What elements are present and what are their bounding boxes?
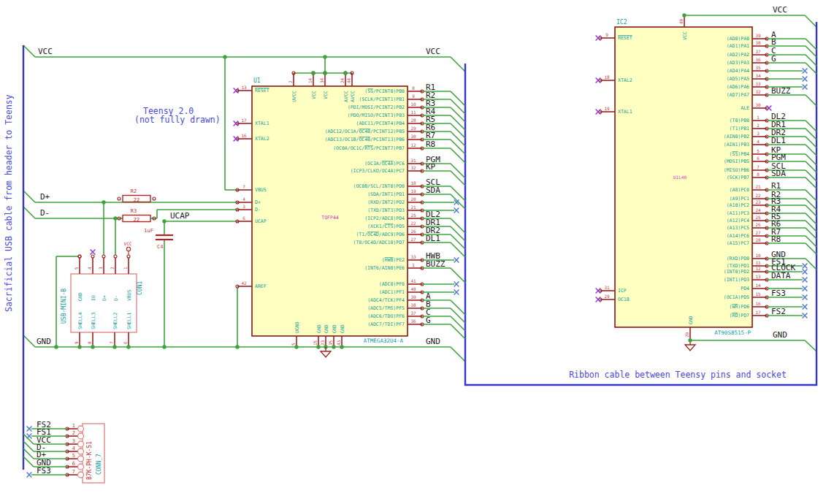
net-label[interactable]: KP: [426, 162, 436, 172]
ref-r2[interactable]: R2: [131, 188, 137, 194]
pin-name: (A12)PC4: [727, 218, 749, 224]
pin-name: (XCK1/CTS)PD5: [367, 224, 405, 229]
net-label[interactable]: VCC: [38, 47, 53, 56]
pin-number: 1: [412, 262, 415, 267]
net-label[interactable]: G: [426, 316, 431, 325]
net-label[interactable]: FS3: [37, 466, 51, 476]
value-con1[interactable]: USB-MINI-B: [61, 289, 67, 324]
net-label[interactable]: DL1: [771, 136, 786, 145]
pin-number: 1: [123, 267, 128, 270]
pin-name: SHELL3: [91, 312, 96, 329]
net-label[interactable]: VCC: [773, 5, 787, 15]
ref-c4[interactable]: C4: [157, 244, 163, 250]
net-label[interactable]: R8: [426, 140, 435, 149]
pin-name: (AD5)PA5: [727, 76, 749, 82]
net-label[interactable]: UCAP: [170, 211, 190, 221]
connector-pad[interactable]: [78, 426, 84, 432]
note-teensy-line2: (not fully drawn): [134, 115, 221, 125]
pin-name: (ADC13/OC1B/OC4B/PCINT13)PB6: [324, 137, 405, 142]
pin-number: 27: [755, 230, 761, 235]
cable-entry: [451, 123, 465, 138]
cable-entry: [23, 457, 34, 467]
pin-name: (OC3A/OC4A)PC6: [364, 161, 405, 167]
pin-number: 5: [74, 267, 79, 270]
net-label[interactable]: D-: [40, 208, 50, 218]
net-label[interactable]: VCC: [426, 47, 440, 56]
value-conn7[interactable]: B7K-PH-K-S1: [86, 441, 93, 480]
net-label[interactable]: GND: [773, 330, 787, 340]
ref-u1[interactable]: U1: [253, 77, 261, 84]
pin-number: 40: [678, 18, 684, 24]
junction-dot: [162, 345, 166, 348]
pin-name: (SDA/INT1)PD1: [367, 191, 405, 197]
pin-name: (ADC0)PF0: [379, 281, 405, 287]
connector-pad[interactable]: [78, 464, 84, 470]
pin-name: (AD2)PA2: [727, 52, 749, 58]
connector-pad[interactable]: [78, 441, 84, 447]
junction-dot: [113, 216, 117, 220]
pin-number: 8: [412, 85, 415, 91]
ref-con1[interactable]: CON1: [137, 281, 143, 295]
pin-name: VCC: [323, 91, 329, 99]
pin-name: (A15)PC7: [727, 240, 749, 246]
pin-name: OC1B: [618, 297, 630, 302]
net-label[interactable]: DL1: [426, 234, 440, 243]
pin-name: AREF: [255, 283, 267, 289]
package-ic2[interactable]: DIL40: [673, 175, 687, 180]
pin-number: 15: [313, 340, 318, 345]
net-label[interactable]: G: [771, 54, 776, 64]
pin-name: (A14)PC6: [727, 233, 749, 239]
cable-entry: [451, 194, 465, 209]
ref-conn7[interactable]: CONN_7: [96, 454, 102, 475]
pin-number: 17: [755, 310, 761, 315]
connector-pad[interactable]: [78, 456, 84, 462]
net-label[interactable]: DATA: [771, 271, 791, 280]
net-label[interactable]: SDA: [771, 169, 786, 178]
ref-ic2[interactable]: IC2: [616, 19, 627, 26]
pin-name: (ADC12/OC1A/OC4B/PCINT12)PB5: [324, 129, 405, 134]
pin-number: 15: [755, 291, 761, 297]
ref-r3[interactable]: R3: [131, 208, 137, 214]
pin-name: (WR)PD6: [730, 304, 749, 310]
pin-number: 33: [755, 81, 761, 86]
net-label[interactable]: GND: [37, 337, 51, 346]
value-c4[interactable]: 1uF: [144, 228, 153, 234]
net-label[interactable]: R8: [771, 234, 781, 244]
pin-name: (RD)PD7: [730, 313, 749, 318]
pin-name: (ADC4/TCK)PF4: [367, 297, 405, 303]
net-label[interactable]: SDA: [426, 186, 440, 195]
pin-number: 11: [755, 260, 761, 265]
cable-entry: [451, 218, 465, 233]
value-u1[interactable]: ATMEGA32U4-A: [364, 337, 404, 344]
pin-number: 23: [755, 199, 761, 205]
pin-name: (AD0)PA0: [727, 36, 749, 42]
pin-name: (T1/OC4D/ADC9)PD6: [356, 232, 405, 237]
value-r2[interactable]: 22: [134, 197, 139, 203]
connector-pad[interactable]: [78, 433, 84, 439]
net-label[interactable]: GND: [426, 337, 440, 346]
pin-name: (ADC7/TDI)PF7: [367, 321, 405, 327]
connector-pad[interactable]: [78, 448, 84, 454]
pin-number: 23: [320, 340, 325, 345]
pin-number: 12: [410, 142, 416, 148]
pin-number: 30: [755, 102, 761, 107]
connector-pad[interactable]: [78, 472, 84, 478]
pin-name: ALE: [741, 105, 749, 111]
pin-name: (MISO)PB6: [724, 167, 749, 173]
pin-name: VCC: [682, 31, 688, 40]
pin-name: PD4: [741, 286, 749, 291]
junction-dot: [162, 219, 166, 223]
net-label[interactable]: FS2: [771, 307, 786, 316]
net-label[interactable]: D+: [40, 192, 50, 202]
pin-number: 24: [755, 207, 761, 213]
pin-number: 24: [340, 77, 345, 83]
pin-name: GND: [340, 324, 345, 333]
value-r3[interactable]: 22: [134, 217, 139, 223]
package-u1[interactable]: TQFP44: [321, 215, 339, 221]
net-label[interactable]: FS3: [771, 289, 786, 298]
value-ic2[interactable]: AT90S8515-P: [714, 329, 751, 336]
pin-name: (TXD/INT3)PD3: [367, 207, 405, 213]
net-label[interactable]: BUZZ: [426, 259, 445, 269]
cable-entry: [451, 324, 465, 339]
net-label[interactable]: BUZZ: [771, 86, 791, 96]
